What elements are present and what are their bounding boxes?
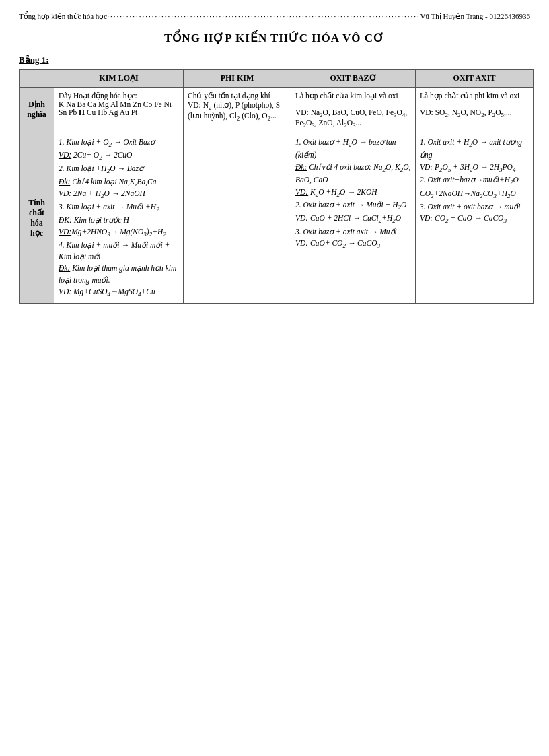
header-left: Tổng hợp kiến thức hóa học <box>19 12 107 21</box>
row-header-tinhchat: Tínhchấthóahọc <box>20 133 54 303</box>
page-title: TỔNG HỢP KIẾN THỨC HÓA VÔ CƠ <box>19 31 530 45</box>
cell-tinhchat-oxitbazo: 1. Oxit bazơ + H2O → bazơ tan (kiềm) Đk:… <box>291 133 416 303</box>
header-right: Vũ Thị Huyền Trang - 01226436936 <box>420 12 530 21</box>
table-row-tinhtchat: Tínhchấthóahọc 1. Kim loại + O2 → Oxit B… <box>20 133 534 303</box>
cell-tinhchat-phikim <box>184 133 291 303</box>
header-separator: ········································… <box>107 12 420 21</box>
table-header-row: KIM LOẠI PHI KIM OXIT BAZƠ OXIT AXIT <box>20 70 534 88</box>
cell-dinhnghia-phikim: Chủ yếu tồn tại dạng khí VD: N2 (nitơ), … <box>184 88 291 133</box>
col-header-oxitaxit: OXIT AXIT <box>416 70 534 88</box>
row-header-dinhnghia: Địnhnghĩa <box>20 88 54 133</box>
col-header-empty <box>20 70 54 88</box>
cell-dinhnghia-kimloai: Dãy Hoạt động hóa học: K Na Ba Ca Mg Al … <box>54 88 184 133</box>
col-header-phikim: PHI KIM <box>184 70 291 88</box>
cell-dinhnghia-oxitaxit: Là hợp chất của phi kim và oxi VD: SO2, … <box>416 88 534 133</box>
table-row-dinhnghia: Địnhnghĩa Dãy Hoạt động hóa học: K Na Ba… <box>20 88 534 133</box>
col-header-oxitbazo: OXIT BAZƠ <box>291 70 416 88</box>
cell-dinhnghia-oxitbazo: Là hợp chất của kim loại và oxi VD: Na2O… <box>291 88 416 133</box>
main-table: KIM LOẠI PHI KIM OXIT BAZƠ OXIT AXIT Địn… <box>19 69 534 304</box>
bang-label: Bảng 1: <box>19 55 530 65</box>
col-header-kimloai: KIM LOẠI <box>54 70 184 88</box>
cell-tinhchat-kimloai: 1. Kim loại + O2 → Oxit Bazơ VD: 2Cu+ O2… <box>54 133 184 303</box>
cell-tinhchat-oxitaxit: 1. Oxit axit + H2O → axit tương ứng VD: … <box>416 133 534 303</box>
header: Tổng hợp kiến thức hóa học ·············… <box>19 12 530 24</box>
